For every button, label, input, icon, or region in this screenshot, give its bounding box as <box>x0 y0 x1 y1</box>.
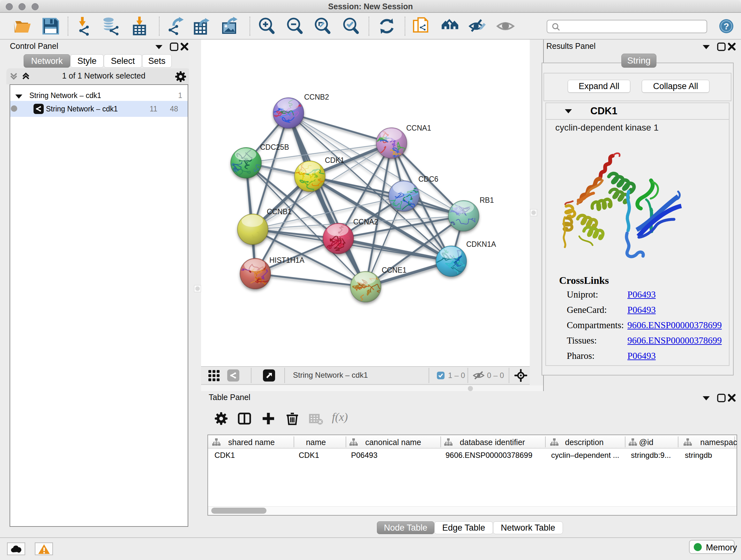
svg-text:CDC6: CDC6 <box>418 175 439 183</box>
svg-text:CDK1: CDK1 <box>325 156 344 165</box>
svg-text:CCNB2: CCNB2 <box>304 93 329 101</box>
svg-text:RB1: RB1 <box>480 196 494 204</box>
svg-text:HIST1H1A: HIST1H1A <box>269 256 305 264</box>
svg-text:CCNE1: CCNE1 <box>382 266 407 274</box>
svg-text:CCNA1: CCNA1 <box>406 124 431 132</box>
svg-text:CDC25B: CDC25B <box>260 143 289 151</box>
svg-text:CCNB1: CCNB1 <box>267 207 292 216</box>
svg-text:?: ? <box>724 21 729 31</box>
svg-text:CDKN1A: CDKN1A <box>466 240 496 248</box>
svg-text:CCNA2: CCNA2 <box>353 218 378 226</box>
